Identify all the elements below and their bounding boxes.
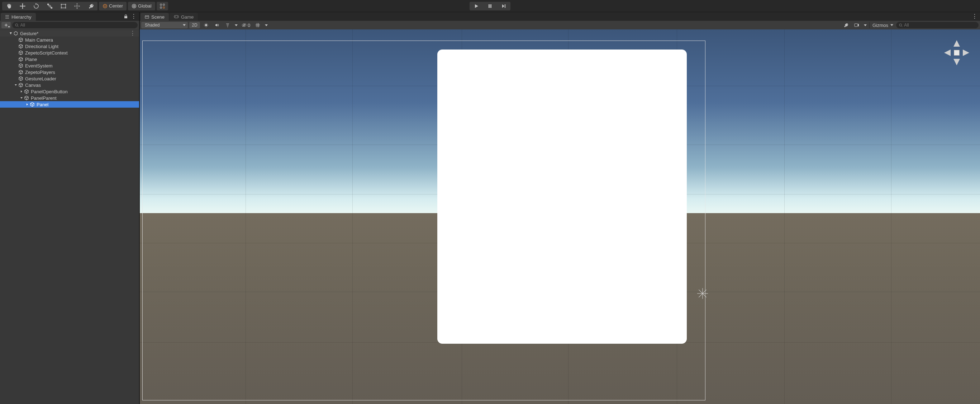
camera-gizmo[interactable] (697, 288, 708, 299)
hierarchy-item[interactable]: EventSystem (0, 62, 139, 69)
axis-y-neg-icon[interactable] (953, 59, 960, 65)
tab-game[interactable]: Game (170, 13, 198, 21)
lock-icon[interactable] (123, 14, 128, 19)
tab-hierarchy-label: Hierarchy (11, 14, 32, 20)
space-mode-button[interactable]: Global (128, 2, 155, 10)
shading-mode-label: Shaded (145, 22, 159, 28)
create-button[interactable] (2, 22, 11, 28)
camera-dropdown[interactable] (863, 22, 868, 28)
tools-button[interactable] (841, 22, 851, 28)
svg-rect-10 (488, 4, 490, 8)
hierarchy-menu-icon[interactable]: ⋮ (131, 14, 136, 19)
gizmos-dropdown[interactable]: Gizmos (869, 22, 895, 28)
hierarchy-item[interactable]: ZepetoScriptContext (0, 50, 139, 56)
hierarchy-item[interactable]: PanelOpenButton (0, 88, 139, 95)
hidden-objects-toggle[interactable]: 0 (240, 22, 251, 28)
hierarchy-item-label: ZepetoScriptContext (25, 50, 68, 56)
scene-tab-menu-icon[interactable]: ⋮ (972, 14, 977, 19)
scene-search-input[interactable] (904, 22, 976, 28)
scene-name-label: Gesture* (20, 31, 38, 36)
hierarchy-item[interactable]: GestureLoader (0, 75, 139, 82)
svg-rect-0 (49, 5, 51, 7)
svg-point-4 (61, 7, 62, 8)
svg-rect-11 (490, 4, 492, 8)
gameobject-icon (24, 95, 29, 101)
game-icon (174, 15, 179, 19)
orientation-gizmo[interactable] (944, 40, 969, 65)
axis-x-neg-icon[interactable] (944, 50, 951, 56)
transform-tool[interactable] (70, 2, 84, 10)
hierarchy-item[interactable]: ZepetoPlayers (0, 69, 139, 75)
svg-point-15 (175, 16, 176, 17)
tab-game-label: Game (181, 14, 194, 20)
fold-toggle[interactable] (19, 96, 24, 99)
axis-x-pos-icon[interactable] (963, 50, 969, 56)
hierarchy-search[interactable] (12, 22, 138, 28)
orientation-cube-icon[interactable] (954, 50, 959, 56)
fold-toggle[interactable] (19, 90, 24, 93)
shading-mode-dropdown[interactable]: Shaded (141, 22, 188, 28)
transform-tools-group (2, 2, 97, 10)
hierarchy-item[interactable]: PanelParent (0, 95, 139, 101)
panel-rect[interactable] (437, 50, 687, 344)
gameobject-icon (18, 56, 24, 62)
hand-tool[interactable] (2, 2, 16, 10)
gameobject-icon (18, 76, 24, 81)
hierarchy-item[interactable]: Main Camera (0, 37, 139, 43)
hierarchy-item-label: PanelOpenButton (31, 89, 68, 94)
gameobject-icon (29, 102, 35, 107)
hierarchy-tree: Gesture* ⋮ Main CameraDirectional LightZ… (0, 29, 139, 404)
main-toolbar: Center Global (0, 0, 980, 12)
search-icon (15, 23, 19, 27)
axis-y-pos-icon[interactable] (953, 40, 960, 46)
gameobject-icon (18, 69, 24, 75)
hierarchy-item[interactable]: Plane (0, 56, 139, 62)
rotate-tool[interactable] (29, 2, 43, 10)
tab-scene[interactable]: Scene (140, 13, 169, 21)
hierarchy-item-label: Plane (25, 57, 37, 62)
2d-label: 2D (192, 22, 197, 28)
scene-search[interactable] (896, 22, 978, 28)
hierarchy-toolbar (0, 21, 139, 29)
play-button[interactable] (469, 2, 483, 10)
svg-point-17 (205, 24, 207, 26)
search-icon (899, 23, 902, 27)
rect-tool[interactable] (57, 2, 70, 10)
fold-toggle[interactable] (25, 103, 29, 106)
hierarchy-search-input[interactable] (21, 22, 135, 28)
audio-toggle[interactable] (212, 22, 221, 28)
2d-toggle[interactable]: 2D (189, 22, 200, 28)
lighting-toggle[interactable] (202, 22, 211, 28)
list-icon (5, 15, 9, 19)
svg-rect-12 (505, 4, 506, 8)
tab-hierarchy[interactable]: Hierarchy (1, 13, 36, 21)
hierarchy-scene-row[interactable]: Gesture* ⋮ (0, 30, 139, 37)
hierarchy-item-label: Main Camera (25, 37, 53, 43)
gameobject-icon (18, 63, 24, 69)
hierarchy-item[interactable]: Directional Light (0, 43, 139, 50)
step-button[interactable] (497, 2, 511, 10)
custom-tools[interactable] (84, 2, 97, 10)
space-mode-label: Global (138, 3, 152, 9)
scale-tool[interactable] (43, 2, 57, 10)
snap-button[interactable] (157, 2, 168, 10)
svg-rect-1 (61, 4, 65, 8)
grid-toggle[interactable] (253, 22, 262, 28)
fx-toggle[interactable] (223, 22, 232, 28)
camera-button[interactable] (852, 22, 861, 28)
hierarchy-item-label: EventSystem (25, 63, 53, 69)
fx-dropdown[interactable] (234, 22, 239, 28)
svg-point-16 (177, 16, 178, 17)
fold-toggle[interactable] (9, 32, 13, 35)
gameobject-icon (18, 82, 24, 88)
hierarchy-item[interactable]: Canvas (0, 82, 139, 88)
fold-toggle[interactable] (14, 84, 18, 86)
hierarchy-item-label: PanelParent (31, 96, 57, 101)
pivot-mode-button[interactable]: Center (99, 2, 127, 10)
pause-button[interactable] (483, 2, 497, 10)
scene-viewport[interactable] (140, 29, 980, 404)
scene-icon (145, 15, 149, 19)
grid-dropdown[interactable] (264, 22, 269, 28)
hierarchy-item[interactable]: Panel (0, 101, 139, 108)
move-tool[interactable] (16, 2, 29, 10)
